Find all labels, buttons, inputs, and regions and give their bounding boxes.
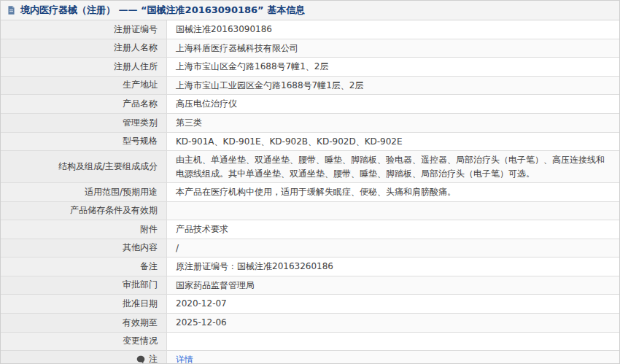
row-label-cell: 变更情况 [1, 333, 167, 350]
row-label-cell: 产品储存条件及有效期 [1, 202, 167, 220]
table-row: 注册人住所 上海市宝山区金勺路1688号7幢1、2层 [1, 58, 619, 77]
row-label: 管理类别 [123, 117, 158, 129]
row-label-cell: 备注 [1, 257, 167, 276]
table-row: 其他内容 / [1, 239, 619, 258]
table-row: 型号规格 KD-901A、KD-901E、KD-902B、KD-902D、KD-… [1, 133, 619, 152]
row-label-cell: 有效期至 [1, 314, 167, 332]
row-label: 产品名称 [123, 98, 158, 110]
table-row: 变更情况 [1, 333, 619, 351]
row-label-cell: 其他内容 [1, 239, 167, 257]
row-label: 生产地址 [123, 79, 158, 91]
row-label: 产品储存条件及有效期 [70, 204, 158, 217]
table-row: 产品储存条件及有效期 [1, 202, 619, 220]
row-value: 上海市宝山工业园区金勺路1688号7幢1层、2层 [167, 77, 619, 95]
row-value: 高压电位治疗仪 [167, 95, 619, 113]
row-label-cell: 批准日期 [1, 295, 167, 313]
row-label-cell: 型号规格 [1, 133, 167, 151]
row-label: 其他内容 [123, 241, 158, 254]
table-row: 结构及组成/主要组成成分 由主机、单通坐垫、双通坐垫、腰带、睡垫、脚踏板、验电器… [1, 151, 619, 183]
table-row: 注册证编号 国械注准20163090186 [1, 20, 619, 39]
row-label-cell: 审批部门 [1, 276, 167, 295]
row-value: 上海科盾医疗器械科技有限公司 [167, 39, 619, 58]
row-label: 批准日期 [123, 298, 158, 310]
row-value [167, 333, 619, 350]
row-label-cell: 结构及组成/主要组成成分 [1, 151, 167, 182]
row-value: 本产品在医疗机构中使用，适用于缓解失眠症、便秘、头痛和肩膀酸痛。 [167, 183, 619, 201]
row-value: 2020-12-07 [167, 295, 619, 313]
registration-info-page: 境内医疗器械（注册） —— “国械注准20163090186” 基本信息 注册证… [0, 0, 620, 364]
row-value: 原注册证编号：国械注准20163260186 [167, 257, 619, 276]
table-row: 审批部门 国家药品监督管理局 [1, 276, 619, 295]
row-label-cell: 注册证编号 [1, 20, 167, 39]
table-row: 注 详情 [1, 351, 619, 364]
row-value: 2025-12-06 [167, 314, 619, 332]
row-label: 有效期至 [123, 317, 158, 329]
row-label: 结构及组成/主要组成成分 [58, 160, 158, 173]
row-label: 注册人名称 [114, 42, 158, 54]
page-title: 境内医疗器械（注册） —— “国械注准20163090186” 基本信息 [20, 4, 305, 17]
row-label-cell: 产品名称 [1, 95, 167, 113]
info-table: 注册证编号 国械注准20163090186 注册人名称 上海科盾医疗器械科技有限… [1, 20, 619, 364]
row-label-cell: 生产地址 [1, 77, 167, 95]
row-value: 国家药品监督管理局 [167, 276, 619, 295]
row-label: 注 [149, 353, 158, 364]
row-label: 备注 [140, 260, 158, 273]
row-label-cell: 注册人住所 [1, 58, 167, 76]
row-value: 国械注准20163090186 [167, 20, 619, 39]
document-icon [7, 5, 16, 15]
table-row: 生产地址 上海市宝山工业园区金勺路1688号7幢1层、2层 [1, 77, 619, 96]
row-label-cell: 注册人名称 [1, 39, 167, 58]
row-label: 适用范围/预期用途 [85, 186, 158, 198]
row-value: / [167, 239, 619, 257]
table-row: 注册人名称 上海科盾医疗器械科技有限公司 [1, 39, 619, 58]
table-row: 备注 原注册证编号：国械注准20163260186 [1, 257, 619, 276]
row-label: 注册证编号 [114, 23, 158, 36]
table-row: 适用范围/预期用途 本产品在医疗机构中使用，适用于缓解失眠症、便秘、头痛和肩膀酸… [1, 183, 619, 202]
row-value: 由主机、单通坐垫、双通坐垫、腰带、睡垫、脚踏板、验电器、遥控器、局部治疗头（电子… [167, 151, 619, 182]
row-label-cell: 注 [1, 351, 167, 364]
table-row: 有效期至 2025-12-06 [1, 314, 619, 333]
row-value: 第三类 [167, 114, 619, 132]
row-value: 上海市宝山区金勺路1688号7幢1、2层 [167, 58, 619, 76]
row-value: 详情 [167, 351, 619, 364]
detail-link[interactable]: 详情 [176, 353, 193, 364]
table-row: 产品名称 高压电位治疗仪 [1, 95, 619, 114]
table-row: 管理类别 第三类 [1, 114, 619, 133]
table-row: 附件 产品技术要求 [1, 220, 619, 239]
row-value: KD-901A、KD-901E、KD-902B、KD-902D、KD-902E [167, 133, 619, 151]
row-label: 审批部门 [123, 279, 158, 291]
row-label: 型号规格 [123, 135, 158, 147]
table-row: 批准日期 2020-12-07 [1, 295, 619, 314]
row-label-cell: 附件 [1, 220, 167, 239]
row-label-cell: 管理类别 [1, 114, 167, 132]
note-icon [136, 355, 145, 364]
row-label: 变更情况 [123, 335, 158, 347]
row-value: 产品技术要求 [167, 220, 619, 239]
page-title-bar: 境内医疗器械（注册） —— “国械注准20163090186” 基本信息 [1, 1, 619, 20]
row-value [167, 202, 619, 220]
row-label: 注册人住所 [114, 61, 158, 73]
row-label-cell: 适用范围/预期用途 [1, 183, 167, 201]
row-label: 附件 [140, 223, 158, 236]
